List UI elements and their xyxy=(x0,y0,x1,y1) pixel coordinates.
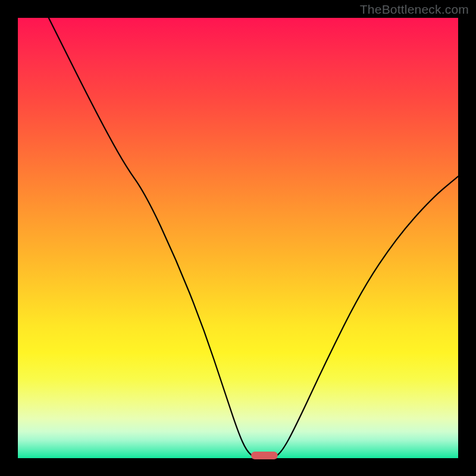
plot-area xyxy=(18,18,458,458)
chart-frame: TheBottleneck.com xyxy=(0,0,476,476)
bottleneck-curve xyxy=(49,18,458,458)
chart-svg xyxy=(18,18,458,458)
watermark-text: TheBottleneck.com xyxy=(360,2,469,17)
optimal-marker xyxy=(251,452,277,459)
